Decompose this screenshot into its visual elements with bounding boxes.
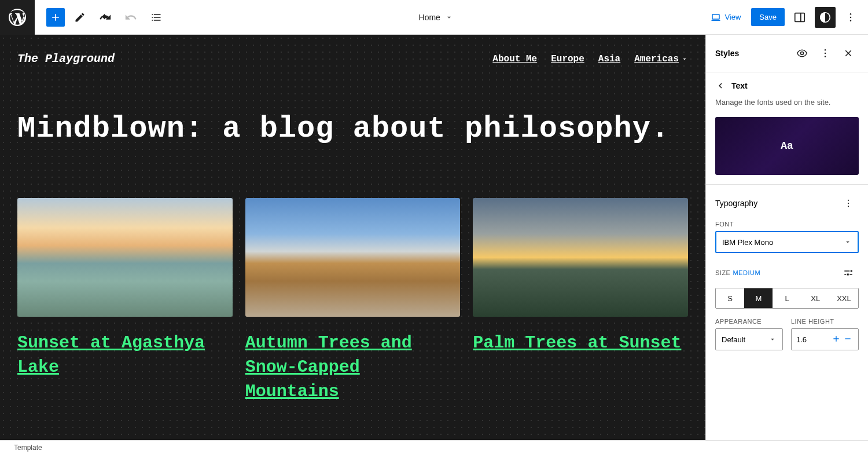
redo-icon bbox=[124, 11, 137, 24]
toolbar-left bbox=[35, 7, 167, 28]
plus-icon bbox=[832, 334, 841, 343]
font-preview-card[interactable]: Aa bbox=[715, 117, 859, 175]
tools-button[interactable] bbox=[69, 7, 90, 28]
typography-title: Typography bbox=[715, 199, 757, 208]
svg-point-4 bbox=[850, 16, 852, 18]
chevron-down-icon bbox=[768, 335, 777, 343]
typography-section: Typography FONT IBM Plex Mono SIZEMEDIUM bbox=[706, 184, 868, 358]
styles-sidebar: Styles Text Manage the fonts used on the… bbox=[705, 35, 868, 440]
editor-canvas[interactable]: The Playground About Me Europe Asia Amer… bbox=[0, 35, 705, 440]
site-header: The Playground About Me Europe Asia Amer… bbox=[17, 52, 688, 65]
sidebar-title: Styles bbox=[715, 49, 739, 58]
size-label: SIZEMEDIUM bbox=[715, 269, 760, 276]
undo-icon bbox=[99, 11, 112, 24]
font-label: FONT bbox=[715, 221, 859, 228]
sidebar-breadcrumb[interactable]: Text bbox=[706, 72, 868, 94]
site-title[interactable]: The Playground bbox=[17, 52, 115, 65]
more-vertical-icon bbox=[843, 198, 854, 208]
document-overview-button[interactable] bbox=[146, 7, 167, 28]
line-height-increase[interactable] bbox=[830, 333, 842, 346]
svg-point-11 bbox=[848, 203, 849, 204]
sliders-icon bbox=[843, 268, 854, 278]
nav-item-americas[interactable]: Americas bbox=[634, 54, 688, 64]
nav-item-europe[interactable]: Europe bbox=[551, 54, 584, 64]
more-vertical-icon bbox=[845, 12, 856, 23]
svg-point-9 bbox=[825, 56, 826, 58]
style-book-button[interactable] bbox=[792, 43, 812, 64]
top-toolbar: Home View Save bbox=[0, 0, 868, 35]
size-settings-button[interactable] bbox=[838, 262, 859, 283]
font-select[interactable]: IBM Plex Mono bbox=[715, 231, 859, 253]
post-card: Autumn Trees and Snow-Capped Mountains bbox=[245, 198, 461, 404]
wordpress-logo[interactable] bbox=[0, 0, 35, 35]
add-block-button[interactable] bbox=[46, 8, 65, 27]
more-vertical-icon bbox=[819, 47, 831, 59]
appearance-select[interactable]: Default bbox=[715, 328, 783, 350]
svg-point-5 bbox=[850, 20, 852, 21]
sidebar-header: Styles bbox=[706, 35, 868, 72]
view-button[interactable]: View bbox=[705, 9, 746, 26]
post-image[interactable] bbox=[473, 198, 688, 317]
toolbar-right: View Save bbox=[705, 7, 868, 28]
size-segmented-control: S M L XL XXL bbox=[715, 288, 859, 309]
line-height-label: LINE HEIGHT bbox=[791, 318, 859, 325]
sidebar-more-button[interactable] bbox=[815, 43, 836, 64]
styles-icon bbox=[819, 11, 832, 24]
svg-rect-1 bbox=[795, 13, 805, 21]
svg-point-6 bbox=[801, 52, 804, 55]
svg-point-12 bbox=[848, 206, 849, 207]
svg-rect-0 bbox=[712, 14, 719, 19]
nav-item-asia[interactable]: Asia bbox=[598, 54, 620, 64]
main-area: The Playground About Me Europe Asia Amer… bbox=[0, 35, 868, 440]
size-option-l[interactable]: L bbox=[773, 288, 801, 308]
line-height-control bbox=[791, 328, 859, 350]
pencil-icon bbox=[74, 12, 86, 23]
size-option-s[interactable]: S bbox=[716, 288, 744, 308]
save-button[interactable]: Save bbox=[751, 8, 785, 26]
site-nav: About Me Europe Asia Americas bbox=[492, 54, 688, 64]
sidebar-icon bbox=[793, 11, 806, 24]
size-option-xxl[interactable]: XXL bbox=[830, 288, 858, 308]
post-card: Sunset at Agasthya Lake bbox=[17, 198, 233, 404]
eye-icon bbox=[796, 47, 808, 59]
size-option-m[interactable]: M bbox=[744, 288, 773, 308]
chevron-left-icon bbox=[715, 80, 726, 91]
laptop-icon bbox=[711, 12, 721, 23]
list-view-icon bbox=[150, 12, 162, 23]
wordpress-icon bbox=[7, 7, 28, 28]
line-height-input[interactable] bbox=[796, 335, 830, 344]
svg-point-7 bbox=[825, 49, 826, 51]
nav-item-about[interactable]: About Me bbox=[492, 54, 537, 64]
close-sidebar-button[interactable] bbox=[838, 43, 859, 64]
post-card: Palm Trees at Sunset bbox=[473, 198, 688, 404]
post-title-link[interactable]: Autumn Trees and Snow-Capped Mountains bbox=[245, 331, 461, 404]
sidebar-description: Manage the fonts used on the site. bbox=[706, 94, 868, 114]
svg-point-2 bbox=[821, 12, 830, 22]
redo-button[interactable] bbox=[120, 7, 141, 28]
settings-sidebar-toggle[interactable] bbox=[789, 7, 810, 28]
svg-point-3 bbox=[850, 13, 852, 14]
chevron-down-icon bbox=[445, 13, 453, 21]
post-image[interactable] bbox=[245, 198, 461, 317]
page-title: Home bbox=[419, 13, 440, 22]
footer-breadcrumb[interactable]: Template bbox=[0, 440, 868, 454]
posts-grid: Sunset at Agasthya Lake Autumn Trees and… bbox=[17, 198, 688, 404]
hero-heading[interactable]: Mindblown: a blog about philosophy. bbox=[17, 112, 688, 146]
size-option-xl[interactable]: XL bbox=[801, 288, 830, 308]
appearance-label: APPEARANCE bbox=[715, 318, 783, 325]
typography-options-button[interactable] bbox=[838, 193, 859, 214]
svg-point-8 bbox=[825, 53, 826, 54]
post-title-link[interactable]: Palm Trees at Sunset bbox=[473, 331, 688, 355]
close-icon bbox=[843, 48, 854, 58]
styles-toggle[interactable] bbox=[815, 7, 836, 28]
options-button[interactable] bbox=[840, 7, 861, 28]
undo-button[interactable] bbox=[95, 7, 116, 28]
plus-icon bbox=[50, 12, 61, 23]
line-height-decrease[interactable] bbox=[842, 333, 854, 346]
toolbar-center[interactable]: Home bbox=[167, 13, 705, 22]
chevron-down-icon bbox=[681, 56, 688, 63]
post-title-link[interactable]: Sunset at Agasthya Lake bbox=[17, 331, 233, 379]
minus-icon bbox=[843, 334, 852, 343]
post-image[interactable] bbox=[17, 198, 233, 317]
chevron-down-icon bbox=[844, 238, 852, 246]
